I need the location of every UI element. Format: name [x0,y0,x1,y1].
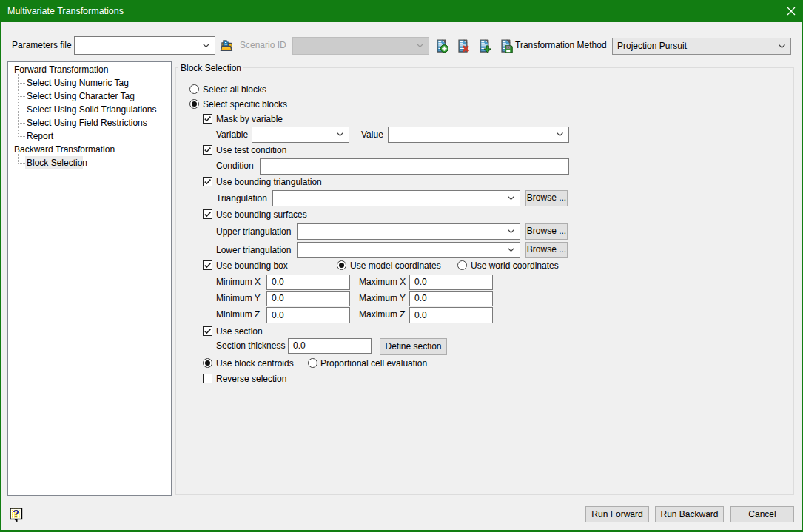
svg-text:?: ? [13,508,19,519]
